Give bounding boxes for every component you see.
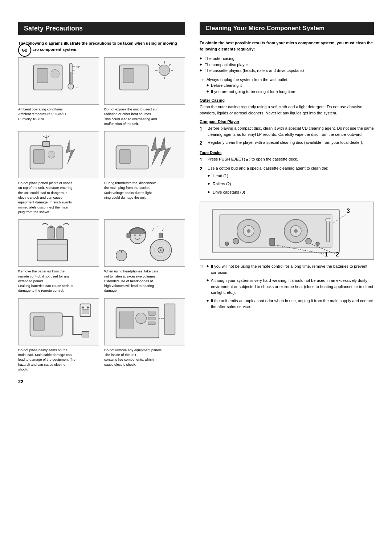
svg-rect-35	[50, 226, 53, 228]
bottom-note-1: Although your system is very hard-wearin…	[207, 278, 374, 296]
image-cell-thunderstorm: During thunderstorms, disconnect the mai…	[104, 131, 185, 214]
svg-rect-41	[127, 233, 130, 238]
svg-point-82	[325, 218, 331, 222]
safety-intro: The following diagrams illustrate the pr…	[18, 40, 185, 52]
cd-step-1: 1 Before playing a compact disc, clean i…	[200, 125, 374, 137]
unplug-note-content: Always unplug the system from the wall o…	[207, 77, 295, 95]
svg-point-75	[294, 229, 298, 233]
outer-casing-title: Outer Casing	[200, 98, 374, 102]
left-column: Safety Precautions The following diagram…	[18, 22, 185, 540]
thunderstorm-image	[104, 131, 185, 178]
svg-point-22	[48, 151, 55, 158]
page-container: GB Safety Precautions The following diag…	[0, 0, 392, 555]
image-cell-sun: Do not expose the unit to direct sun rad…	[104, 57, 185, 126]
cleaning-item-0: The outer casing	[200, 56, 374, 62]
batteries-svg	[19, 220, 99, 266]
note-arrow-icon: ☞	[200, 77, 204, 83]
caption-sun: Do not expose the unit to direct sun rad…	[104, 107, 185, 126]
thunder-svg	[105, 131, 185, 178]
svg-point-13	[159, 65, 170, 76]
unplug-note: ☞ Always unplug the system from the wall…	[200, 77, 374, 95]
svg-rect-1	[37, 69, 48, 83]
image-cell-batteries: Remove the batteries from the remote con…	[18, 219, 99, 293]
bottom-note-content: If you will not be using the remote cont…	[207, 263, 374, 310]
caption-batteries: Remove the batteries from the remote con…	[18, 269, 99, 293]
tape-step-1: 1 Press PUSH EJECT(▲) to open the casset…	[200, 156, 374, 163]
image-cell-headphones: ♪ ♫ ♩	[104, 219, 185, 293]
svg-line-26	[42, 136, 46, 138]
bottom-note-0: If you will not be using the remote cont…	[207, 263, 374, 275]
svg-rect-60	[116, 307, 159, 338]
heavy-svg	[19, 299, 99, 345]
tape-step-2: 2 Use a cotton bud and a special cassett…	[200, 165, 374, 198]
panels-svg	[105, 299, 185, 345]
cleaning-intro: To obtain the best possible results from…	[200, 40, 374, 52]
tape-diagram: 3 1 2	[200, 202, 374, 260]
temp-svg: 35° 5°	[19, 58, 99, 104]
sun-svg	[105, 58, 185, 104]
svg-point-79	[225, 242, 229, 246]
svg-point-48	[160, 250, 162, 251]
svg-point-58	[87, 306, 89, 308]
page-number: 22	[18, 379, 185, 384]
svg-point-77	[233, 238, 239, 244]
tape-items-list: Head (1) Rollers (2) Drive capstans (3)	[208, 173, 328, 195]
svg-rect-66	[164, 304, 175, 335]
safety-image-grid: 35° 5° Ambient operating conditions: Amb…	[18, 57, 185, 372]
gb-badge: GB	[18, 44, 31, 57]
sun-image	[104, 57, 185, 105]
svg-rect-29	[120, 149, 131, 163]
cleaning-item-1: The compact disc player	[200, 62, 374, 68]
svg-point-39	[134, 235, 136, 236]
svg-text:♩: ♩	[162, 227, 164, 232]
tape-steps: 1 Press PUSH EJECT(▲) to open the casset…	[200, 156, 374, 198]
svg-line-19	[169, 64, 170, 66]
svg-text:2: 2	[336, 251, 339, 258]
svg-marker-31	[160, 137, 171, 166]
headphones-image: ♪ ♫ ♩	[104, 219, 185, 267]
unplug-sub-1: If you are not going to be using it for …	[207, 89, 295, 95]
svg-rect-54	[34, 316, 45, 331]
svg-marker-27	[66, 141, 75, 164]
image-cell-plants: Do not place potted plants or vases on t…	[18, 131, 99, 214]
image-cell-heavy: Do not place heavy items on the main lea…	[18, 298, 99, 372]
svg-point-62	[136, 313, 147, 324]
caption-plants: Do not place potted plants or vases on t…	[18, 181, 99, 214]
bottom-note-arrow-icon: ☞	[200, 264, 204, 270]
image-cell-temp: 35° 5° Ambient operating conditions: Amb…	[18, 57, 99, 126]
svg-point-2	[51, 69, 60, 78]
svg-rect-81	[327, 220, 330, 242]
two-column-layout: Safety Precautions The following diagram…	[18, 22, 374, 540]
svg-rect-34	[48, 227, 54, 239]
svg-rect-53	[30, 313, 62, 336]
svg-rect-21	[34, 149, 45, 163]
svg-text:1: 1	[325, 251, 328, 258]
svg-rect-36	[57, 227, 64, 239]
caption-panels: Do not remove any equipment panels. The …	[104, 348, 185, 367]
svg-rect-42	[159, 233, 163, 238]
unplug-sub-0: Before cleaning it	[207, 82, 295, 89]
svg-rect-65	[148, 322, 155, 325]
svg-text:35°: 35°	[76, 65, 80, 69]
tape-item-1: Rollers (2)	[208, 181, 328, 187]
image-cell-panels: Do not remove any equipment panels. The …	[104, 298, 185, 372]
svg-point-40	[139, 235, 141, 236]
tape-decks-title: Tape Decks	[200, 150, 374, 155]
caption-temp: Ambient operating conditions: Ambient te…	[18, 107, 99, 121]
cleaning-item-2: The cassette players (heads, rollers and…	[200, 68, 374, 74]
svg-rect-59	[82, 309, 89, 314]
tape-item-2: Drive capstans (3)	[208, 189, 328, 195]
svg-rect-56	[80, 304, 91, 316]
tape-item-0: Head (1)	[208, 173, 328, 179]
svg-rect-55	[82, 331, 89, 337]
right-column: Cleaning Your Micro Component System To …	[200, 22, 374, 540]
plants-svg	[19, 131, 99, 178]
tape-diagram-svg: 3 1 2	[200, 202, 373, 260]
plants-image	[18, 131, 99, 178]
outer-casing-text: Clean the outer casing regularly using a…	[200, 104, 374, 116]
headphones-svg: ♪ ♫ ♩	[105, 220, 185, 266]
svg-text:♪: ♪	[152, 226, 154, 232]
svg-line-25	[46, 136, 50, 138]
svg-rect-12	[123, 69, 134, 83]
bottom-note-wrapper: ☞ If you will not be using the remote co…	[200, 263, 374, 310]
